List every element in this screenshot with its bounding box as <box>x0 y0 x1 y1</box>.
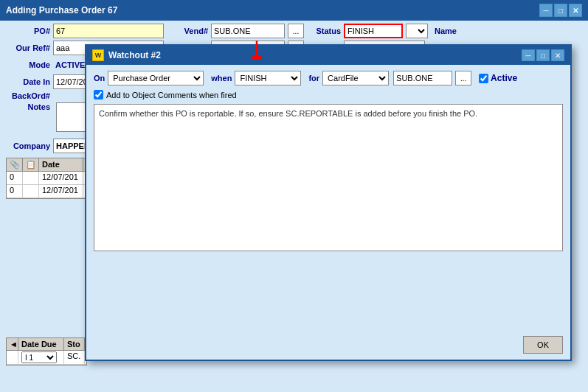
bottom-grid: ◄ Date Due Sto I 1 SC. <box>6 337 87 365</box>
app-window: Adding Purchase Order 67 ─ □ ✕ PO# Vend#… <box>0 0 588 392</box>
duedate-select[interactable]: I 1 <box>21 351 57 363</box>
attachment-grid: 📎 📋 Date 0 12/07/201 0 12/07/201 <box>6 158 87 199</box>
cell-date-2: 12/07/201 <box>39 185 83 197</box>
col-arrow: ◄ <box>7 338 18 350</box>
grid-header: 📎 📋 Date <box>7 158 86 172</box>
bottom-grid-header: ◄ Date Due Sto <box>7 338 86 351</box>
when-label: when <box>211 74 232 83</box>
cell-index <box>7 351 18 364</box>
cell-attach-2: 0 <box>7 185 23 197</box>
cell-sto: SC. <box>64 351 85 364</box>
for-label: for <box>308 74 319 83</box>
col-date: Date <box>39 158 83 171</box>
modal-message-area: Confirm whether this PO is reportable. I… <box>94 104 563 251</box>
active-label: Active <box>491 73 517 83</box>
notes-label: Notes <box>6 102 50 111</box>
col-attach: 📎 <box>7 158 23 171</box>
modal-title: Watchout #2 <box>108 50 161 60</box>
entity-dots-button[interactable]: ... <box>455 71 471 85</box>
ourref-label: Our Ref# <box>6 43 50 52</box>
po-input[interactable] <box>53 24 164 38</box>
watchout-modal: W Watchout #2 ─ □ ✕ On Purchase Order wh… <box>85 44 572 361</box>
backord-label: BackOrd# <box>6 91 50 100</box>
title-bar: Adding Purchase Order 67 ─ □ ✕ <box>0 0 588 21</box>
cell-duedate: I 1 <box>18 351 64 364</box>
attachment-grid-section: 📎 📋 Date 0 12/07/201 0 12/07/201 <box>6 158 87 199</box>
table-row: 0 12/07/201 <box>7 172 86 185</box>
mode-label: Mode <box>6 60 50 69</box>
ok-button[interactable]: OK <box>523 336 563 354</box>
cell-attach-1: 0 <box>7 172 23 184</box>
po-label: PO# <box>6 27 50 35</box>
active-checkbox-label: Active <box>479 73 517 83</box>
cell-doc-1 <box>23 172 39 184</box>
close-button[interactable]: ✕ <box>569 4 582 17</box>
modal-close-button[interactable]: ✕ <box>551 49 564 61</box>
title-bar-controls: ─ □ ✕ <box>539 4 582 17</box>
vend-dots-button[interactable]: ... <box>288 24 304 38</box>
name-label: Name <box>431 27 457 35</box>
modal-title-controls: ─ □ ✕ <box>522 49 564 61</box>
for-select[interactable]: CardFile <box>322 71 389 85</box>
modal-form-row-1: On Purchase Order when FINISH for CardFi… <box>94 71 563 85</box>
bottom-grid-section: ◄ Date Due Sto I 1 SC. <box>6 335 87 365</box>
vend-input[interactable] <box>211 24 285 38</box>
table-row-bottom: I 1 SC. <box>7 351 86 365</box>
status-label: Status <box>311 27 341 35</box>
status-input[interactable] <box>344 24 403 38</box>
col-doc: 📋 <box>23 158 39 171</box>
table-row: 0 12/07/201 <box>7 185 86 198</box>
when-select[interactable]: FINISH <box>235 71 301 85</box>
window-title: Adding Purchase Order 67 <box>6 5 117 15</box>
col-sto: Sto <box>64 338 85 350</box>
maximize-button[interactable]: □ <box>554 4 567 17</box>
modal-maximize-button[interactable]: □ <box>536 49 550 61</box>
cell-date-1: 12/07/201 <box>39 172 83 184</box>
add-comments-label: Add to Object Comments when fired <box>106 91 237 99</box>
form-row-1: PO# Vend# ... Status Name <box>6 24 582 38</box>
vend-label: Vend# <box>171 27 208 35</box>
watchout-icon: W <box>92 49 104 61</box>
add-comments-row: Add to Object Comments when fired <box>94 90 563 99</box>
red-arrow-indicator <box>249 37 271 59</box>
modal-body: On Purchase Order when FINISH for CardFi… <box>86 65 570 360</box>
entity-input[interactable] <box>393 71 452 85</box>
on-label: On <box>94 74 105 83</box>
col-duedate: Date Due <box>18 338 64 350</box>
on-select[interactable]: Purchase Order <box>108 71 204 85</box>
modal-message-text: Confirm whether this PO is reportable. I… <box>99 109 477 118</box>
status-select[interactable] <box>406 24 428 38</box>
modal-title-bar: W Watchout #2 ─ □ ✕ <box>86 46 570 65</box>
active-checkbox[interactable] <box>479 74 488 83</box>
modal-minimize-button[interactable]: ─ <box>522 49 535 61</box>
add-comments-checkbox[interactable] <box>94 90 103 99</box>
company-label: Company <box>6 141 50 150</box>
minimize-button[interactable]: ─ <box>539 4 553 17</box>
modal-title-left: W Watchout #2 <box>92 49 161 61</box>
datein-label: Date In <box>6 77 50 86</box>
modal-footer: OK <box>523 336 563 354</box>
cell-doc-2 <box>23 185 39 197</box>
